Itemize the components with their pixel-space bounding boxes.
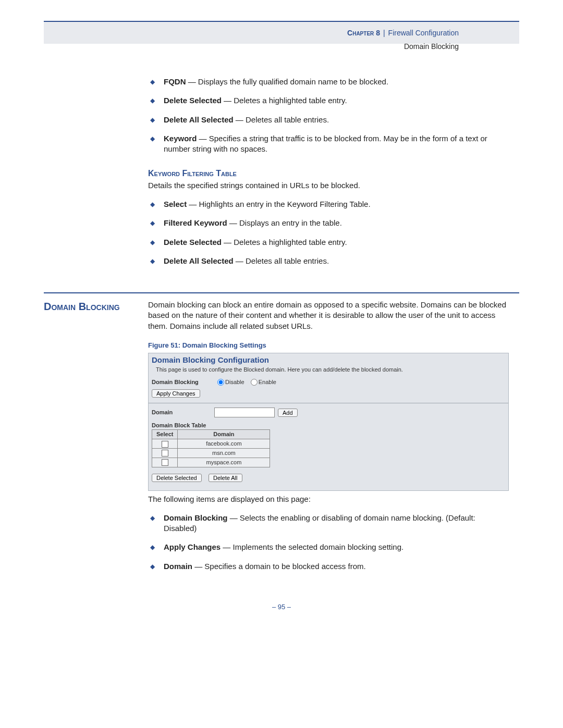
enable-radio[interactable] bbox=[251, 379, 258, 386]
list-item: Apply Changes — Implements the selected … bbox=[148, 542, 509, 552]
keyword-filtering-intro: Details the specified strings contained … bbox=[148, 180, 509, 191]
domain-block-table-title: Domain Block Table bbox=[149, 422, 508, 429]
domain-cell: myspace.com bbox=[178, 458, 270, 467]
ui-panel-title: Domain Blocking Configuration bbox=[149, 353, 508, 365]
table-row: facebook.com bbox=[152, 439, 270, 449]
chapter-label: Chapter 8 bbox=[347, 29, 380, 37]
after-figure-text: The following items are displayed on thi… bbox=[148, 494, 509, 504]
row-checkbox[interactable] bbox=[162, 450, 168, 456]
header-section: Firewall Configuration bbox=[388, 29, 459, 37]
col-select-header: Select bbox=[152, 430, 178, 439]
list-item: Domain — Specifies a domain to be blocke… bbox=[148, 561, 509, 572]
keyword-definition-list: Select — Highlights an entry in the Keyw… bbox=[148, 199, 509, 266]
section-divider bbox=[44, 292, 519, 293]
header-separator: | bbox=[383, 29, 385, 37]
top-definition-list: FQDN — Displays the fully qualified doma… bbox=[148, 77, 509, 154]
list-item: Domain Blocking — Selects the enabling o… bbox=[148, 513, 509, 534]
page-header: Chapter 8 | Firewall Configuration bbox=[44, 21, 519, 44]
list-item: Delete Selected — Deletes a highlighted … bbox=[148, 237, 509, 248]
domain-input-label: Domain bbox=[152, 409, 214, 416]
list-item: Filtered Keyword — Displays an entry in … bbox=[148, 218, 509, 228]
domain-blocking-config-panel: Domain Blocking Configuration This page … bbox=[148, 353, 509, 490]
domain-cell: facebook.com bbox=[178, 439, 270, 449]
disable-radio-label: Disable bbox=[225, 378, 244, 386]
delete-selected-button[interactable]: Delete Selected bbox=[152, 474, 202, 482]
page-number: – 95 – bbox=[44, 603, 519, 611]
domain-blocking-label: Domain Blocking bbox=[152, 378, 214, 386]
keyword-filtering-heading: Keyword Filtering Table bbox=[148, 168, 509, 179]
apply-changes-button[interactable]: Apply Changes bbox=[152, 389, 200, 398]
list-item: FQDN — Displays the fully qualified doma… bbox=[148, 77, 509, 87]
table-row: msn.com bbox=[152, 448, 270, 458]
table-row: myspace.com bbox=[152, 458, 270, 467]
list-item: Keyword — Specifies a string that traffi… bbox=[148, 133, 509, 155]
list-item: Select — Highlights an entry in the Keyw… bbox=[148, 199, 509, 209]
ui-separator bbox=[149, 403, 508, 403]
row-checkbox[interactable] bbox=[162, 459, 168, 466]
list-item: Delete All Selected — Deletes all table … bbox=[148, 115, 509, 125]
disable-radio[interactable] bbox=[217, 379, 224, 386]
domain-blocking-intro: Domain blocking can block an entire doma… bbox=[148, 300, 509, 331]
enable-radio-label: Enable bbox=[259, 378, 276, 386]
delete-all-button[interactable]: Delete All bbox=[209, 474, 242, 482]
figure-caption: Figure 51: Domain Blocking Settings bbox=[148, 341, 509, 350]
add-button[interactable]: Add bbox=[278, 409, 298, 417]
domain-blocking-title: Domain Blocking bbox=[44, 300, 148, 313]
col-domain-header: Domain bbox=[178, 430, 270, 439]
domain-cell: msn.com bbox=[178, 448, 270, 458]
domain-blocking-items-list: Domain Blocking — Selects the enabling o… bbox=[148, 513, 509, 572]
header-subsection: Domain Blocking bbox=[44, 42, 519, 51]
row-checkbox[interactable] bbox=[162, 441, 168, 448]
domain-block-table: Select Domain facebook.com msn.com myspa… bbox=[152, 429, 270, 467]
ui-panel-desc: This page is used to configure the Block… bbox=[149, 366, 508, 378]
list-item: Delete Selected — Deletes a highlighted … bbox=[148, 95, 509, 106]
domain-input[interactable] bbox=[214, 408, 275, 417]
list-item: Delete All Selected — Deletes all table … bbox=[148, 256, 509, 266]
